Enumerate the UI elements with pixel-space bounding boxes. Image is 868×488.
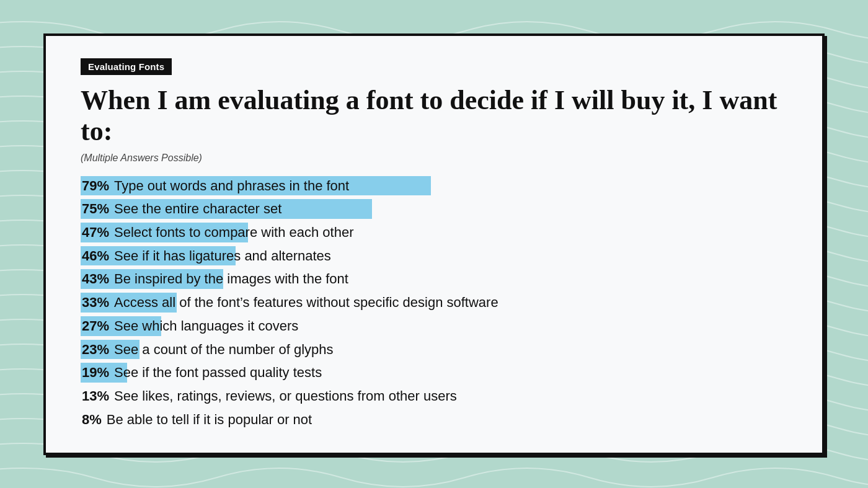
- item-text: Access all of the font’s features withou…: [114, 293, 498, 312]
- list-item: 46%See if it has ligatures and alternate…: [81, 246, 787, 266]
- item-text: Select fonts to compare with each other: [114, 223, 353, 242]
- item-text: See a count of the number of glyphs: [114, 340, 333, 359]
- item-text: Be inspired by the images with the font: [114, 270, 348, 288]
- percent-value: 8%: [81, 410, 103, 430]
- percent-value: 13%: [81, 386, 110, 406]
- item-text: Be able to tell if it is popular or not: [107, 410, 312, 429]
- list-item: 27%See which languages it covers: [81, 316, 787, 336]
- sub-label: (Multiple Answers Possible): [81, 153, 787, 164]
- item-text: Type out words and phrases in the font: [114, 177, 349, 195]
- item-text: See if the font passed quality tests: [114, 363, 322, 382]
- list-item: 79%Type out words and phrases in the fon…: [81, 176, 787, 196]
- list-item: 33%Access all of the font’s features wit…: [81, 293, 787, 313]
- list-item: 8%Be able to tell if it is popular or no…: [81, 410, 787, 430]
- percent-value: 23%: [81, 340, 110, 360]
- percent-value: 43%: [81, 269, 110, 289]
- slide-container: Evaluating Fonts When I am evaluating a …: [43, 33, 825, 455]
- list-item: 75%See the entire character set: [81, 199, 787, 219]
- list-item: 19%See if the font passed quality tests: [81, 363, 787, 383]
- percent-value: 46%: [81, 246, 110, 266]
- tag-label: Evaluating Fonts: [81, 58, 172, 75]
- main-heading: When I am evaluating a font to decide if…: [81, 85, 787, 148]
- percent-value: 47%: [81, 223, 110, 242]
- item-text: See which languages it covers: [114, 317, 298, 335]
- percent-value: 19%: [81, 363, 110, 383]
- percent-value: 27%: [81, 316, 110, 336]
- percent-value: 75%: [81, 199, 110, 219]
- list-item: 23%See a count of the number of glyphs: [81, 340, 787, 360]
- item-text: See if it has ligatures and alternates: [114, 247, 331, 265]
- percent-value: 33%: [81, 293, 110, 313]
- percent-value: 79%: [81, 176, 110, 196]
- item-text: See likes, ratings, reviews, or question…: [114, 387, 457, 406]
- list-item: 43%Be inspired by the images with the fo…: [81, 269, 787, 289]
- list-item: 13%See likes, ratings, reviews, or quest…: [81, 386, 787, 406]
- list-item: 47%Select fonts to compare with each oth…: [81, 223, 787, 242]
- items-list: 79%Type out words and phrases in the fon…: [81, 176, 787, 430]
- item-text: See the entire character set: [114, 200, 281, 218]
